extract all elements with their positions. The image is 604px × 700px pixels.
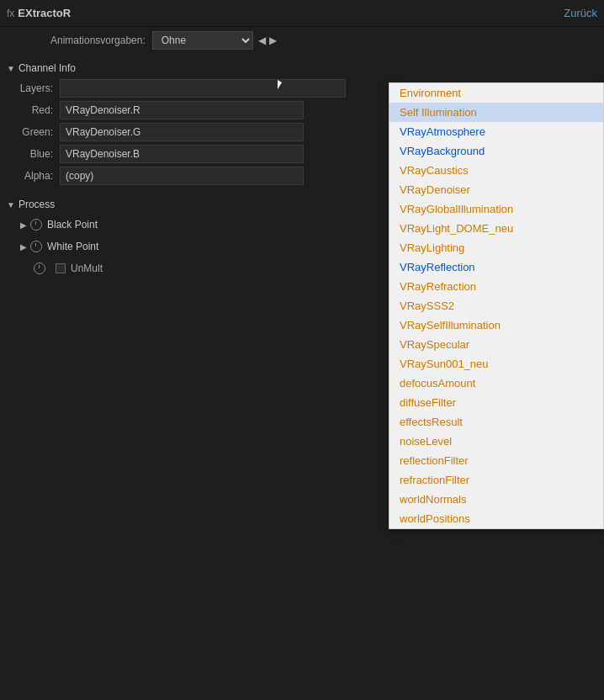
animation-select[interactable]: Ohne (152, 31, 253, 50)
animation-select-wrapper: Ohne ◀ ▶ (152, 31, 278, 50)
unmult-label: UnMult (71, 262, 103, 274)
process-arrow: ▼ (7, 200, 15, 209)
dropdown-item-15[interactable]: defocusAmount (389, 374, 603, 393)
channel-info-title: Channel Info (19, 62, 76, 74)
dropdown-item-5[interactable]: VRayDenoiser (389, 180, 603, 199)
dropdown-item-4[interactable]: VRayCaustics (389, 161, 603, 180)
dropdown-item-11[interactable]: VRaySSS2 (389, 296, 603, 316)
layers-dropdown[interactable]: EnvironmentSelf IlluminationVRayAtmosphe… (389, 82, 604, 529)
dropdown-item-16[interactable]: diffuseFilter (389, 393, 603, 412)
blue-label: Blue: (7, 148, 53, 160)
green-input[interactable] (60, 123, 304, 141)
dropdown-item-17[interactable]: effectsResult (389, 412, 603, 432)
dropdown-item-8[interactable]: VRayLighting (389, 238, 603, 257)
dropdown-item-9[interactable]: VRayReflection (389, 257, 603, 277)
channel-info-header[interactable]: ▼ Channel Info (0, 59, 604, 77)
back-button[interactable]: Zurück (564, 7, 597, 19)
dropdown-item-22[interactable]: worldPositions (389, 509, 603, 528)
red-label: Red: (7, 104, 53, 116)
white-point-clock-icon[interactable] (30, 241, 42, 252)
dropdown-item-14[interactable]: VRaySun001_neu (389, 354, 603, 374)
layers-input[interactable] (60, 79, 346, 98)
animation-label: Animationsvorgaben: (50, 34, 146, 46)
dropdown-item-7[interactable]: VRayLight_DOME_neu (389, 219, 603, 238)
blue-input[interactable] (60, 145, 304, 163)
unmult-checkbox[interactable] (56, 263, 66, 273)
process-title: Process (19, 199, 55, 210)
dropdown-item-6[interactable]: VRayGlobalIllumination (389, 199, 603, 219)
dropdown-item-10[interactable]: VRayRefraction (389, 277, 603, 296)
animation-row: Animationsvorgaben: Ohne ◀ ▶ (0, 27, 604, 54)
dropdown-item-3[interactable]: VRayBackground (389, 141, 603, 161)
dropdown-item-21[interactable]: worldNormals (389, 490, 603, 509)
dropdown-item-2[interactable]: VRayAtmosphere (389, 122, 603, 141)
dropdown-item-13[interactable]: VRaySpecular (389, 335, 603, 354)
alpha-label: Alpha: (7, 170, 53, 182)
channel-info-arrow: ▼ (7, 64, 15, 73)
black-point-clock-icon[interactable] (30, 219, 42, 231)
plugin-title: EXtractoR (18, 7, 71, 19)
dropdown-item-0[interactable]: Environment (389, 83, 603, 103)
black-point-expand[interactable]: ▶ (20, 220, 27, 230)
next-arrow[interactable]: ▶ (269, 34, 277, 46)
top-bar: fx EXtractoR Zurück (0, 0, 604, 27)
green-label: Green: (7, 126, 53, 138)
fx-label: fx (7, 8, 14, 19)
red-input[interactable] (60, 101, 304, 119)
dropdown-item-19[interactable]: reflectionFilter (389, 451, 603, 470)
alpha-input[interactable] (60, 167, 304, 185)
layers-label: Layers: (7, 82, 53, 94)
dropdown-item-18[interactable]: noiseLevel (389, 432, 603, 451)
unmult-clock-icon[interactable] (34, 262, 45, 274)
dropdown-item-1[interactable]: Self Illumination (389, 103, 603, 122)
dropdown-item-20[interactable]: refractionFilter (389, 470, 603, 490)
dropdown-item-12[interactable]: VRaySelfIllumination (389, 316, 603, 335)
prev-arrow[interactable]: ◀ (258, 34, 266, 46)
white-point-expand[interactable]: ▶ (20, 242, 27, 252)
animation-arrows: ◀ ▶ (257, 34, 278, 46)
